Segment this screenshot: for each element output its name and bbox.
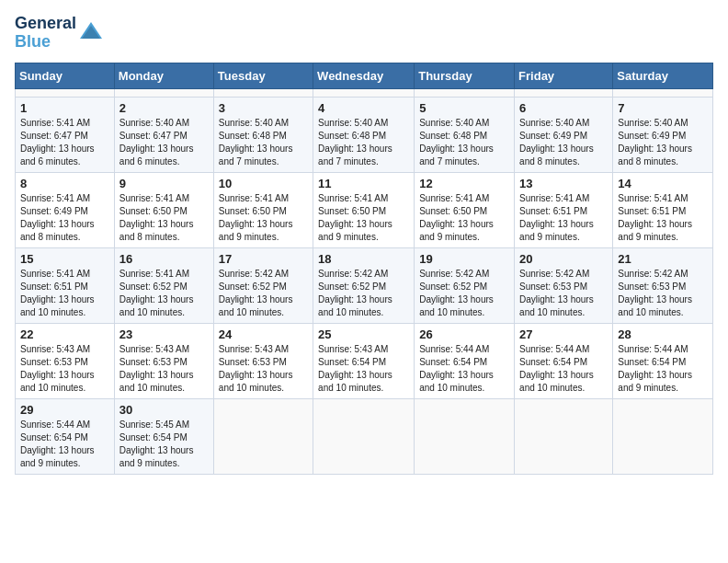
calendar-cell: 15Sunrise: 5:41 AM Sunset: 6:51 PM Dayli… [16,247,115,323]
day-info: Sunrise: 5:44 AM Sunset: 6:54 PM Dayligh… [519,343,608,395]
calendar-cell: 3Sunrise: 5:40 AM Sunset: 6:48 PM Daylig… [213,97,313,172]
calendar-cell: 11Sunrise: 5:41 AM Sunset: 6:50 PM Dayli… [313,172,415,247]
header-friday: Friday [515,63,613,88]
day-number: 3 [219,101,308,115]
calendar-cell [515,88,613,97]
day-info: Sunrise: 5:41 AM Sunset: 6:50 PM Dayligh… [119,192,209,244]
calendar-cell [114,88,213,97]
calendar-cell [613,88,713,97]
calendar-cell: 19Sunrise: 5:42 AM Sunset: 6:52 PM Dayli… [415,247,515,323]
calendar-cell [415,398,515,474]
week-row-4: 22Sunrise: 5:43 AM Sunset: 6:53 PM Dayli… [16,323,713,398]
week-row-5: 29Sunrise: 5:44 AM Sunset: 6:54 PM Dayli… [16,398,713,474]
day-info: Sunrise: 5:41 AM Sunset: 6:50 PM Dayligh… [219,192,308,244]
calendar-cell: 10Sunrise: 5:41 AM Sunset: 6:50 PM Dayli… [213,172,313,247]
logo-icon [78,20,104,46]
day-number: 9 [119,177,209,190]
day-number: 16 [119,252,209,266]
day-number: 4 [318,101,409,115]
day-info: Sunrise: 5:44 AM Sunset: 6:54 PM Dayligh… [419,343,509,395]
calendar-cell: 4Sunrise: 5:40 AM Sunset: 6:48 PM Daylig… [313,97,415,172]
day-number: 19 [419,252,509,266]
calendar-cell [16,88,115,97]
day-info: Sunrise: 5:43 AM Sunset: 6:54 PM Dayligh… [318,343,409,395]
day-info: Sunrise: 5:41 AM Sunset: 6:52 PM Dayligh… [119,268,209,319]
day-info: Sunrise: 5:42 AM Sunset: 6:53 PM Dayligh… [519,268,608,319]
day-number: 11 [318,177,409,190]
calendar-cell: 20Sunrise: 5:42 AM Sunset: 6:53 PM Dayli… [515,247,613,323]
calendar-cell: 16Sunrise: 5:41 AM Sunset: 6:52 PM Dayli… [114,247,213,323]
logo-text: GeneralBlue [15,15,76,52]
day-number: 15 [20,252,109,266]
header-tuesday: Tuesday [213,63,313,88]
day-number: 23 [119,327,209,341]
calendar-cell: 12Sunrise: 5:41 AM Sunset: 6:50 PM Dayli… [415,172,515,247]
calendar-cell [213,88,313,97]
day-number: 6 [519,101,608,115]
day-number: 7 [618,101,708,115]
calendar-cell: 14Sunrise: 5:41 AM Sunset: 6:51 PM Dayli… [613,172,713,247]
calendar-cell: 25Sunrise: 5:43 AM Sunset: 6:54 PM Dayli… [313,323,415,398]
day-info: Sunrise: 5:41 AM Sunset: 6:51 PM Dayligh… [20,268,109,319]
header-thursday: Thursday [415,63,515,88]
calendar-cell: 2Sunrise: 5:40 AM Sunset: 6:47 PM Daylig… [114,97,213,172]
header-wednesday: Wednesday [313,63,415,88]
day-info: Sunrise: 5:43 AM Sunset: 6:53 PM Dayligh… [119,343,209,395]
calendar-cell: 30Sunrise: 5:45 AM Sunset: 6:54 PM Dayli… [114,398,213,474]
calendar-cell: 13Sunrise: 5:41 AM Sunset: 6:51 PM Dayli… [515,172,613,247]
day-info: Sunrise: 5:44 AM Sunset: 6:54 PM Dayligh… [618,343,708,395]
calendar-cell [313,398,415,474]
day-info: Sunrise: 5:43 AM Sunset: 6:53 PM Dayligh… [20,343,109,395]
calendar-cell: 24Sunrise: 5:43 AM Sunset: 6:53 PM Dayli… [213,323,313,398]
calendar-cell [515,398,613,474]
week-row-1: 1Sunrise: 5:41 AM Sunset: 6:47 PM Daylig… [16,97,713,172]
day-number: 27 [519,327,608,341]
calendar-cell: 22Sunrise: 5:43 AM Sunset: 6:53 PM Dayli… [16,323,115,398]
header-sunday: Sunday [16,63,115,88]
calendar-header-row: SundayMondayTuesdayWednesdayThursdayFrid… [16,63,713,88]
day-number: 29 [20,403,109,417]
calendar-cell: 9Sunrise: 5:41 AM Sunset: 6:50 PM Daylig… [114,172,213,247]
day-info: Sunrise: 5:42 AM Sunset: 6:53 PM Dayligh… [618,268,708,319]
day-number: 28 [618,327,708,341]
day-info: Sunrise: 5:40 AM Sunset: 6:49 PM Dayligh… [519,117,608,168]
day-number: 17 [219,252,308,266]
day-info: Sunrise: 5:41 AM Sunset: 6:50 PM Dayligh… [318,192,409,244]
calendar-cell: 26Sunrise: 5:44 AM Sunset: 6:54 PM Dayli… [415,323,515,398]
day-number: 22 [20,327,109,341]
calendar-cell: 6Sunrise: 5:40 AM Sunset: 6:49 PM Daylig… [515,97,613,172]
calendar-cell: 7Sunrise: 5:40 AM Sunset: 6:49 PM Daylig… [613,97,713,172]
logo: GeneralBlue [15,15,104,52]
day-info: Sunrise: 5:41 AM Sunset: 6:50 PM Dayligh… [419,192,509,244]
day-number: 20 [519,252,608,266]
day-info: Sunrise: 5:40 AM Sunset: 6:47 PM Dayligh… [119,117,209,168]
calendar-cell: 27Sunrise: 5:44 AM Sunset: 6:54 PM Dayli… [515,323,613,398]
day-info: Sunrise: 5:42 AM Sunset: 6:52 PM Dayligh… [318,268,409,319]
calendar-cell: 29Sunrise: 5:44 AM Sunset: 6:54 PM Dayli… [16,398,115,474]
day-number: 18 [318,252,409,266]
day-number: 5 [419,101,509,115]
day-number: 10 [219,177,308,190]
header-saturday: Saturday [613,63,713,88]
day-info: Sunrise: 5:40 AM Sunset: 6:48 PM Dayligh… [318,117,409,168]
day-info: Sunrise: 5:42 AM Sunset: 6:52 PM Dayligh… [219,268,308,319]
day-info: Sunrise: 5:42 AM Sunset: 6:52 PM Dayligh… [419,268,509,319]
page-header: GeneralBlue [15,15,713,52]
day-info: Sunrise: 5:41 AM Sunset: 6:51 PM Dayligh… [618,192,708,244]
week-row-0 [16,88,713,97]
day-number: 13 [519,177,608,190]
day-info: Sunrise: 5:41 AM Sunset: 6:49 PM Dayligh… [20,192,109,244]
day-number: 24 [219,327,308,341]
day-info: Sunrise: 5:41 AM Sunset: 6:47 PM Dayligh… [20,117,109,168]
day-info: Sunrise: 5:44 AM Sunset: 6:54 PM Dayligh… [20,419,109,470]
day-info: Sunrise: 5:41 AM Sunset: 6:51 PM Dayligh… [519,192,608,244]
day-info: Sunrise: 5:40 AM Sunset: 6:49 PM Dayligh… [618,117,708,168]
day-number: 1 [20,101,109,115]
calendar-body: 1Sunrise: 5:41 AM Sunset: 6:47 PM Daylig… [16,88,713,474]
day-number: 21 [618,252,708,266]
calendar-cell: 17Sunrise: 5:42 AM Sunset: 6:52 PM Dayli… [213,247,313,323]
calendar-cell: 18Sunrise: 5:42 AM Sunset: 6:52 PM Dayli… [313,247,415,323]
calendar-cell: 5Sunrise: 5:40 AM Sunset: 6:48 PM Daylig… [415,97,515,172]
calendar-cell: 28Sunrise: 5:44 AM Sunset: 6:54 PM Dayli… [613,323,713,398]
calendar-cell: 1Sunrise: 5:41 AM Sunset: 6:47 PM Daylig… [16,97,115,172]
